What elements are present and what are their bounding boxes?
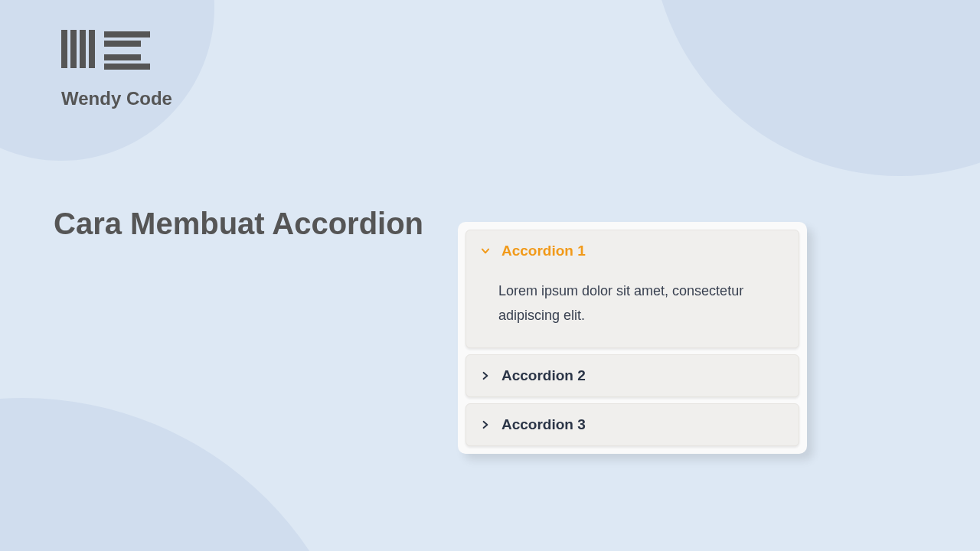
brand-name: Wendy Code — [61, 88, 172, 109]
chevron-icon — [480, 419, 491, 430]
page-title: Cara Membuat Accordion — [54, 207, 423, 241]
chevron-icon — [480, 246, 491, 256]
accordion-body-1: Lorem ipsum dolor sit amet, consectetur … — [466, 272, 799, 347]
accordion-label: Accordion 3 — [501, 416, 586, 433]
chevron-icon — [480, 370, 491, 381]
accordion-header-2[interactable]: Accordion 2 — [466, 355, 799, 396]
bg-blob-top-right — [651, 0, 980, 176]
accordion-container: Accordion 1 Lorem ipsum dolor sit amet, … — [458, 222, 807, 454]
brand: Wendy Code — [61, 27, 172, 109]
accordion-header-1[interactable]: Accordion 1 — [466, 230, 799, 272]
accordion-item-1: Accordion 1 Lorem ipsum dolor sit amet, … — [466, 230, 799, 348]
accordion-item-3: Accordion 3 — [466, 403, 799, 446]
accordion-header-3[interactable]: Accordion 3 — [466, 404, 799, 445]
bg-blob-bottom-left — [0, 398, 368, 551]
brand-logo-icon — [61, 27, 172, 74]
accordion-item-2: Accordion 2 — [466, 354, 799, 397]
accordion-label: Accordion 2 — [501, 367, 586, 384]
accordion-label: Accordion 1 — [501, 243, 586, 259]
